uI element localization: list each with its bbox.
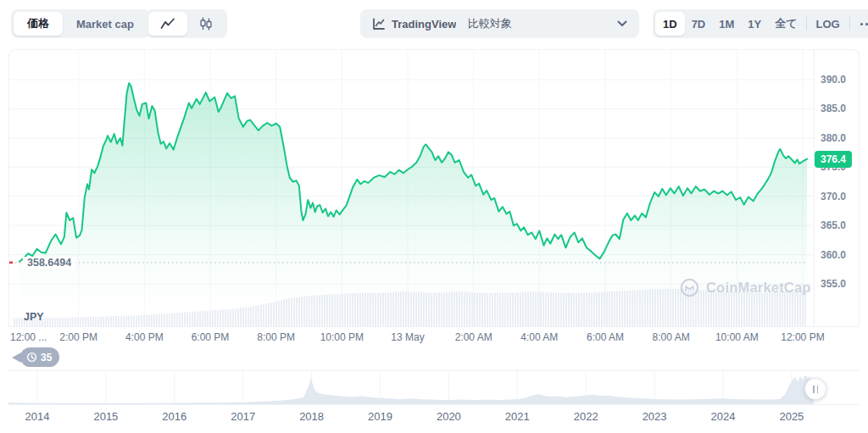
current-price-badge: 376.4: [815, 151, 852, 168]
toolbar-divider: [849, 17, 850, 31]
history-clock-icon: [26, 352, 37, 363]
navigator-year-label: 2017: [231, 410, 255, 423]
compare-dropdown-label: 比較対象: [468, 16, 512, 31]
x-axis-label: 6:00 AM: [587, 331, 624, 343]
coinmarketcap-logo-icon: [680, 278, 699, 297]
more-options-button[interactable]: [852, 23, 868, 25]
range-1d-label: 1D: [663, 18, 677, 31]
handle-grip-icon: [813, 386, 815, 393]
more-icon: [865, 23, 868, 25]
tradingview-button[interactable]: TradingView: [360, 9, 468, 38]
price-scale-axis[interactable]: 390.0385.0380.0375.0370.0365.0360.0355.0…: [814, 49, 860, 326]
navigator-year-label: 2014: [25, 410, 50, 423]
history-countdown-value: 35: [41, 352, 52, 364]
x-axis-label: 8:00 AM: [653, 331, 690, 343]
y-axis-label: 360.0: [821, 248, 846, 262]
x-axis-label: 4:00 AM: [520, 331, 558, 343]
navigator-year-label: 2018: [299, 410, 324, 423]
navigator-year-label: 2021: [505, 410, 530, 423]
price-chart-widget: 価格 Market cap TradingView 比較対象: [0, 0, 868, 433]
navigator-year-label: 2019: [368, 410, 392, 423]
navigator-year-label: 2025: [779, 410, 804, 423]
currency-label: JPY: [24, 311, 44, 323]
y-axis-label: 370.0: [821, 190, 846, 203]
range-all-button[interactable]: 全て: [768, 12, 804, 36]
history-countdown-badge: 35: [20, 347, 59, 367]
x-axis-label: 13 May: [391, 331, 424, 343]
line-chart-icon: [160, 18, 175, 30]
x-axis-label: 2:00 AM: [455, 331, 492, 343]
chart-type-toggle: [146, 9, 227, 38]
navigator-year-label: 2015: [93, 410, 118, 423]
log-scale-label: LOG: [816, 18, 840, 31]
navigator-year-axis: 2014201520162017201820192020202120222023…: [8, 410, 860, 424]
navigator-year-label: 2023: [643, 410, 667, 423]
range-1d-button[interactable]: 1D: [655, 12, 685, 36]
watermark-label: CoinMarketCap: [706, 280, 811, 296]
more-icon: [860, 23, 863, 25]
date-range-navigator[interactable]: [8, 370, 860, 405]
tab-market-cap[interactable]: Market cap: [63, 12, 147, 36]
compare-dropdown[interactable]: 比較対象: [456, 9, 639, 38]
y-axis-label: 355.0: [821, 277, 846, 291]
navigator-handle[interactable]: [804, 378, 826, 400]
navigator-area: [8, 371, 860, 404]
range-1m-button[interactable]: 1M: [712, 12, 741, 36]
time-axis[interactable]: 12:00 ...2:00 PM4:00 PM6:00 PM8:00 PM10:…: [8, 331, 814, 345]
x-axis-label: 10:00 PM: [320, 331, 364, 343]
log-scale-button[interactable]: LOG: [809, 12, 848, 36]
chevron-down-icon: [617, 20, 627, 27]
y-axis-label: 365.0: [821, 219, 846, 232]
time-axis-line: [8, 326, 860, 327]
y-axis-label: 380.0: [821, 131, 846, 145]
range-1m-label: 1M: [719, 18, 734, 31]
x-axis-label: 4:00 PM: [125, 331, 164, 343]
range-1y-button[interactable]: 1Y: [741, 12, 768, 36]
range-all-label: 全て: [775, 16, 797, 31]
x-axis-label: 8:00 PM: [257, 331, 295, 343]
x-axis-label: 10:00 AM: [715, 331, 759, 343]
navigator-year-label: 2020: [437, 410, 461, 423]
range-7d-label: 7D: [692, 18, 706, 31]
toolbar-divider: [806, 17, 807, 31]
tab-price-label: 価格: [27, 16, 49, 31]
navigator-year-label: 2024: [711, 410, 736, 423]
y-axis-label: 385.0: [821, 102, 846, 115]
tab-price[interactable]: 価格: [14, 12, 63, 36]
range-7d-button[interactable]: 7D: [685, 12, 713, 36]
x-axis-label: 6:00 PM: [192, 331, 230, 343]
x-axis-label: 2:00 PM: [59, 331, 97, 343]
candlestick-chart-type-button[interactable]: [187, 12, 225, 36]
line-chart-type-button[interactable]: [148, 12, 187, 36]
x-axis-label: 12:00 PM: [781, 331, 824, 343]
handle-grip-icon: [817, 386, 819, 393]
tradingview-label: TradingView: [392, 18, 456, 31]
range-1y-label: 1Y: [748, 18, 761, 31]
navigator-year-label: 2016: [162, 410, 186, 423]
coinmarketcap-watermark: CoinMarketCap: [680, 278, 811, 297]
y-axis-label: 390.0: [821, 73, 846, 86]
metric-toggle: 価格 Market cap: [11, 9, 150, 38]
navigator-year-label: 2022: [574, 410, 598, 423]
range-toggle: 1D 7D 1M 1Y 全て LOG: [653, 9, 868, 38]
tradingview-icon: [372, 18, 385, 31]
x-axis-label: 12:00 ...: [10, 331, 47, 343]
candlestick-icon: [199, 17, 213, 31]
tab-market-cap-label: Market cap: [76, 18, 134, 31]
previous-close-label: 358.6494: [23, 257, 75, 269]
